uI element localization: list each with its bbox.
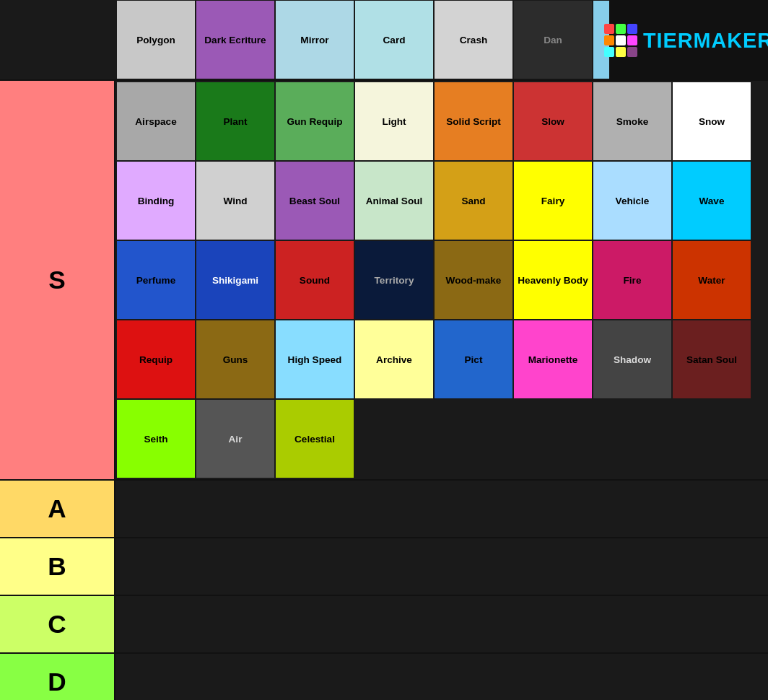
tier-card[interactable]: Archive [355,320,433,398]
logo-cell-1 [616,24,626,34]
tier-card[interactable]: Light [355,82,433,160]
tier-label-c: C [0,596,115,652]
tier-card[interactable]: Requip [117,320,195,398]
logo-cell-6 [604,47,614,57]
logo-cell-8 [627,47,637,57]
tier-card[interactable]: Water [673,241,751,319]
tier-card[interactable]: Celestial [276,400,354,478]
tier-card[interactable]: Binding [117,162,195,240]
tier-card[interactable]: Animal Soul [355,162,433,240]
tier-card[interactable]: Fire [593,241,671,319]
logo-cell-2 [627,24,637,34]
logo-cell-4 [616,35,626,45]
tier-card[interactable]: Sand [435,162,512,240]
tier-label-a: A [0,481,115,537]
tier-card[interactable]: Mirror [276,1,354,79]
tier-card[interactable]: Seith [117,400,195,478]
tier-card[interactable]: Marionette [514,320,592,398]
tier-card[interactable]: High Speed [276,320,354,398]
tier-card[interactable]: Pict [435,320,512,398]
tier-card[interactable]: Territory [355,241,433,319]
tier-label-s: S [0,81,115,479]
tier-card[interactable]: Wood-make [435,241,512,319]
tier-card[interactable]: Wind [196,162,274,240]
tier-card[interactable]: Air [196,400,274,478]
tier-row-c: C [0,596,768,654]
c-tier-content [115,596,768,652]
tier-label-d: D [0,654,115,700]
tier-card[interactable]: Airspace [117,82,195,160]
tier-row-s: S AirspacePlantGun RequipLightSolid Scri… [0,81,768,481]
tiermaker-text: TiERMAKER [643,29,768,53]
tier-card[interactable]: Perfume [117,241,195,319]
tier-card[interactable]: Heavenly Body [514,241,592,319]
tier-card[interactable]: Shadow [593,320,671,398]
tier-card[interactable]: Plant [196,82,274,160]
logo-cell-0 [604,24,614,34]
tier-row-b: B [0,538,768,596]
tier-card[interactable]: Snow [673,82,751,160]
logo-cell-5 [627,35,637,45]
tier-card[interactable]: Solid Script [435,82,512,160]
tier-card[interactable]: Guns [196,320,274,398]
tier-card[interactable]: Smoke [593,82,671,160]
tier-list: PolygonDark EcritureMirrorCardCrashDanIc… [0,0,768,700]
tier-card[interactable]: Gun Requip [276,82,354,160]
tier-row-a: A [0,481,768,538]
tier-card[interactable]: Fairy [514,162,592,240]
tier-row-d: D [0,654,768,700]
logo-grid [604,24,637,57]
logo-cell-7 [616,47,626,57]
tier-card[interactable]: Card [355,1,433,79]
header-row: PolygonDark EcritureMirrorCardCrashDanIc… [0,0,768,81]
tier-card[interactable]: Sound [276,241,354,319]
tier-card[interactable]: Slow [514,82,592,160]
s-tier-content: AirspacePlantGun RequipLightSolid Script… [115,81,768,479]
tier-card[interactable]: Dan [514,1,592,79]
tier-card[interactable]: Beast Soul [276,162,354,240]
tier-label-b: B [0,538,115,595]
tier-card[interactable]: Dark Ecriture [196,1,274,79]
logo-cell-3 [604,35,614,45]
tier-card[interactable]: Crash [435,1,512,79]
tier-card[interactable]: Polygon [117,1,195,79]
tier-card[interactable]: Satan Soul [673,320,751,398]
b-tier-content [115,538,768,595]
a-tier-content [115,481,768,537]
tier-card[interactable]: Shikigami [196,241,274,319]
tiermaker-logo: TiERMAKER [609,0,768,81]
d-tier-content [115,654,768,700]
tier-card[interactable]: Vehicle [593,162,671,240]
tier-card[interactable]: Wave [673,162,751,240]
